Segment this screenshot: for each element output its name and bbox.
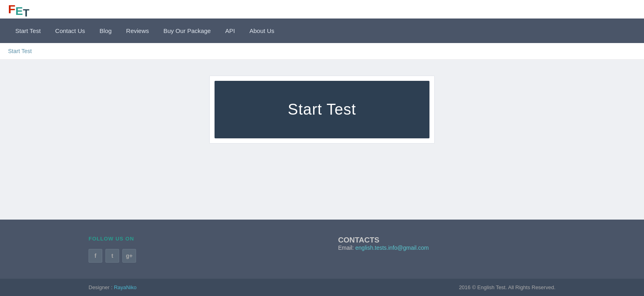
main-content: Start Test [0, 60, 644, 220]
email-link[interactable]: english.tests.info@gmail.com [355, 245, 429, 251]
facebook-icon[interactable]: f [89, 249, 102, 263]
breadcrumb-label: Start Test [8, 48, 32, 54]
footer: FOLLOW US ON f t g+ CONTACTS Email: engl… [0, 220, 644, 296]
footer-bottom: Designer : RayaNiko 2016 © English Test.… [0, 279, 644, 296]
logo[interactable]: FET [8, 3, 29, 15]
breadcrumb: Start Test [0, 43, 644, 60]
contacts-email: Email: english.tests.info@gmail.com [338, 245, 555, 251]
contacts-heading: CONTACTS [338, 236, 555, 245]
nav-reviews[interactable]: Reviews [119, 18, 156, 43]
nav-contact-us[interactable]: Contact Us [48, 18, 92, 43]
footer-main: FOLLOW US ON f t g+ CONTACTS Email: engl… [0, 220, 644, 279]
card: Start Test [209, 76, 435, 144]
start-test-button[interactable]: Start Test [215, 81, 429, 138]
social-icons: f t g+ [89, 249, 306, 263]
googleplus-icon[interactable]: g+ [122, 249, 136, 263]
email-label: Email: [338, 245, 354, 251]
footer-contacts-section: CONTACTS Email: english.tests.info@gmail… [338, 236, 555, 263]
designer-link[interactable]: RayaNiko [114, 284, 136, 290]
designer-text: Designer : RayaNiko [89, 284, 136, 290]
twitter-icon[interactable]: t [105, 249, 119, 263]
header: FET [0, 0, 644, 18]
logo-f: F [8, 2, 15, 16]
nav-buy-our-package[interactable]: Buy Our Package [156, 18, 218, 43]
footer-follow-section: FOLLOW US ON f t g+ [89, 236, 306, 263]
nav-blog[interactable]: Blog [92, 18, 119, 43]
designer-label: Designer : [89, 284, 112, 290]
navbar: Start Test Contact Us Blog Reviews Buy O… [0, 18, 644, 43]
nav-start-test[interactable]: Start Test [8, 18, 48, 43]
nav-about-us[interactable]: About Us [242, 18, 282, 43]
nav-api[interactable]: API [218, 18, 242, 43]
follow-heading: FOLLOW US ON [89, 236, 306, 242]
logo-e: E [15, 5, 23, 17]
copyright-text: 2016 © English Test. All Rights Reserved… [459, 284, 555, 290]
logo-t: T [23, 7, 29, 19]
